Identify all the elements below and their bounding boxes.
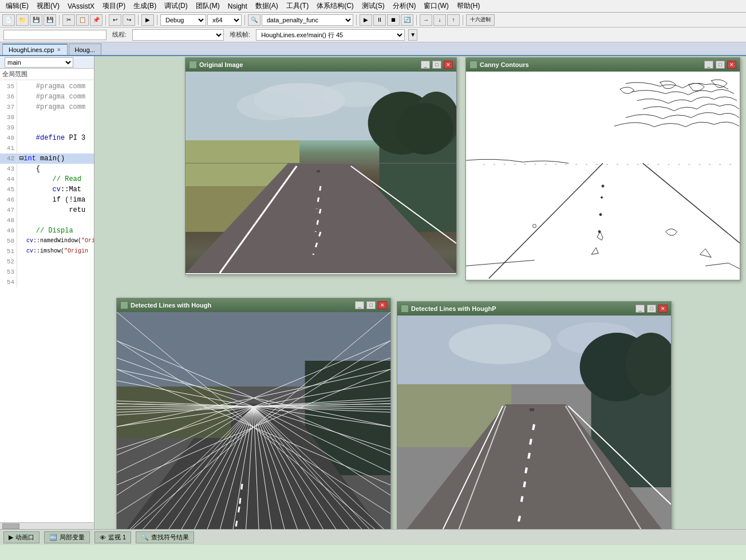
svg-point-2 xyxy=(237,92,305,120)
attach-btn[interactable]: ▶ xyxy=(141,14,154,26)
callstack-expand-btn[interactable]: ▼ xyxy=(408,29,417,41)
window-houghp-close[interactable]: ✕ xyxy=(658,305,668,313)
pause-btn[interactable]: ⏸ xyxy=(373,14,386,26)
window-houghp-title: Detected Lines with HoughP xyxy=(411,305,633,312)
tab-houghlines[interactable]: HoughLines.cpp ✕ xyxy=(2,44,68,55)
window-houghp-maximize[interactable]: □ xyxy=(647,305,656,313)
stop-btn[interactable]: ⏹ xyxy=(387,14,400,26)
bottom-tab-findresults[interactable]: 🔍 查找符号结果 xyxy=(136,531,194,543)
code-line-50: 50 cv::namedWindow("Original Image"); xyxy=(0,236,94,246)
toolbar-1: 📄 📁 💾 💾 ✂ 📋 📌 ↩ ↪ ▶ Debug x64 🔍 data_pen… xyxy=(0,13,746,27)
code-editor[interactable]: main 全局范围 35 #pragma comm 36 #pragma com… xyxy=(0,56,94,529)
menu-test[interactable]: 测试(S) xyxy=(358,0,388,12)
window-hough-minimize[interactable]: _ xyxy=(355,301,364,309)
cv-icon-hough xyxy=(120,301,128,309)
code-line-43: 43 { xyxy=(0,164,94,174)
window-canny-minimize[interactable]: _ xyxy=(704,61,713,69)
original-image xyxy=(185,72,456,273)
code-line-41: 41 xyxy=(0,143,94,153)
step-into-btn[interactable]: ↓ xyxy=(433,14,446,26)
window-canny-close[interactable]: ✕ xyxy=(727,61,736,69)
code-line-42: 42 ⊟int main() xyxy=(0,153,94,164)
menu-project[interactable]: 项目(P) xyxy=(99,0,129,12)
menu-help[interactable]: 帮助(H) xyxy=(453,0,484,12)
cv-icon xyxy=(189,61,197,69)
menu-analyze[interactable]: 分析(N) xyxy=(389,0,420,12)
save-btn[interactable]: 💾 xyxy=(30,14,42,26)
tab-hough2[interactable]: Houg... xyxy=(69,44,101,55)
bottom-tab-animation[interactable]: ▶ 动画口 xyxy=(3,531,40,543)
menu-debug[interactable]: 调试(D) xyxy=(161,0,191,12)
menu-tools[interactable]: 工具(T) xyxy=(283,0,312,12)
h-scrollbar-thumb[interactable] xyxy=(2,523,19,529)
paste-btn[interactable]: 📌 xyxy=(90,14,102,26)
scope-combo[interactable]: main xyxy=(5,57,73,68)
restart-btn[interactable]: 🔄 xyxy=(401,14,413,26)
window-houghp-minimize[interactable]: _ xyxy=(636,305,645,313)
menu-window[interactable]: 窗口(W) xyxy=(420,0,452,12)
menu-nsight[interactable]: Nsight xyxy=(224,1,251,11)
bottom-tab-animation-label: 动画口 xyxy=(15,533,34,542)
cut-btn[interactable]: ✂ xyxy=(62,14,75,26)
svg-point-21 xyxy=(602,185,604,187)
window-original-title: Original Image xyxy=(199,61,419,68)
window-hough-maximize[interactable]: □ xyxy=(366,301,376,309)
step-over-btn[interactable]: → xyxy=(420,14,432,26)
save-all-btn[interactable]: 💾 xyxy=(44,14,56,26)
sep6 xyxy=(356,15,357,25)
sep8 xyxy=(463,15,463,25)
toolbar-2: 线程: 堆栈帧: HoughLines.exe!main() 行 45 ▼ xyxy=(0,27,746,42)
window-hough-close[interactable]: ✕ xyxy=(378,301,387,309)
window-original-maximize[interactable]: □ xyxy=(432,61,441,69)
callstack-combo[interactable]: HoughLines.exe!main() 行 45 xyxy=(256,29,405,41)
svg-point-88 xyxy=(449,324,551,364)
hex-btn[interactable]: 十六进制 xyxy=(466,14,495,26)
step-out-btn[interactable]: ↑ xyxy=(447,14,460,26)
scope-bar: main xyxy=(0,56,94,69)
sep1 xyxy=(59,15,60,25)
open-btn[interactable]: 📁 xyxy=(16,14,29,26)
bottom-tab-watch[interactable]: 👁 监视 1 xyxy=(94,531,131,543)
window-canny-titlebar: Canny Contours _ □ ✕ xyxy=(466,58,740,72)
svg-point-22 xyxy=(601,196,603,198)
bottom-panel: ▶ 动画口 🔤 局部变量 👁 监视 1 🔍 查找符号结果 xyxy=(0,529,746,545)
window-houghp: Detected Lines with HoughP _ □ ✕ xyxy=(397,301,672,529)
bottom-tab-locals[interactable]: 🔤 局部变量 xyxy=(44,531,90,543)
sep4 xyxy=(157,15,157,25)
thread-label: 线程: xyxy=(110,30,129,39)
window-original-close[interactable]: ✕ xyxy=(444,61,453,69)
sep7 xyxy=(416,15,417,25)
func-combo[interactable]: data_penalty_func xyxy=(262,14,353,26)
sep3 xyxy=(138,15,139,25)
svg-point-7 xyxy=(396,103,453,155)
thread-combo[interactable] xyxy=(132,29,224,41)
menu-edit[interactable]: 编辑(E) xyxy=(2,0,32,12)
window-hough-title: Detected Lines with Hough xyxy=(131,302,353,309)
platform-combo[interactable]: x64 xyxy=(207,14,242,26)
redo-btn[interactable]: ↪ xyxy=(123,14,135,26)
copy-btn[interactable]: 📋 xyxy=(76,14,89,26)
menu-arch[interactable]: 体系结构(C) xyxy=(313,0,357,12)
solution-explorer-btn[interactable]: 🔍 xyxy=(248,14,260,26)
undo-btn[interactable]: ↩ xyxy=(109,14,121,26)
menu-build[interactable]: 生成(B) xyxy=(130,0,160,12)
code-line-35: 35 #pragma comm xyxy=(0,81,94,92)
bottom-tab-findresults-label: 查找符号结果 xyxy=(151,533,189,542)
new-btn[interactable]: 📄 xyxy=(2,14,15,26)
start-debug-btn[interactable]: ▶ xyxy=(360,14,372,26)
menu-data[interactable]: 数据(A) xyxy=(252,0,282,12)
window-canny-content xyxy=(466,72,740,279)
window-original: Original Image _ □ ✕ xyxy=(185,57,457,275)
menu-team[interactable]: 团队(M) xyxy=(192,0,223,12)
h-scrollbar[interactable] xyxy=(0,522,94,529)
debug-combo[interactable]: Debug xyxy=(160,14,206,26)
window-canny-maximize[interactable]: □ xyxy=(716,61,725,69)
svg-point-23 xyxy=(599,214,602,216)
window-houghp-content xyxy=(397,316,671,529)
tab-houghlines-close[interactable]: ✕ xyxy=(57,47,61,53)
window-original-minimize[interactable]: _ xyxy=(421,61,430,69)
code-line-40: 40 #define PI 3 xyxy=(0,133,94,143)
code-line-51: 51 cv::imshow("Origin xyxy=(0,246,94,257)
menu-vassistx[interactable]: VAssistX xyxy=(64,1,98,11)
menu-view[interactable]: 视图(V) xyxy=(33,0,63,12)
